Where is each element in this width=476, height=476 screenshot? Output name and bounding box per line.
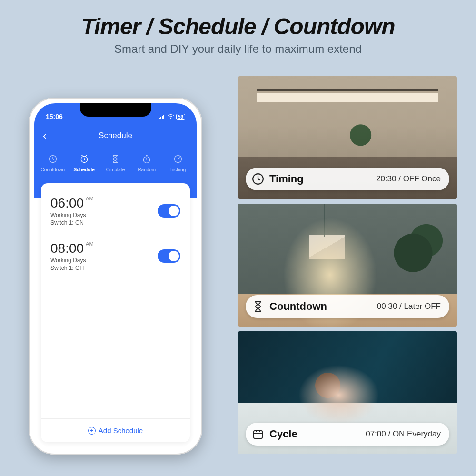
tab-inching[interactable]: Inching <box>164 154 192 172</box>
stopwatch-icon <box>141 154 152 164</box>
feature-ribbon: Countdown 00:30 / Later OFF <box>246 295 449 318</box>
page-header: Timer / Schedule / Countdown Smart and D… <box>0 0 476 56</box>
clock-back-icon <box>48 154 58 164</box>
svg-rect-10 <box>254 431 262 438</box>
feature-tile-timing: Timing 20:30 / OFF Once <box>238 76 457 199</box>
phone-screen: 15:06 59 ‹ Schedule Countdown Sched <box>34 103 197 449</box>
svg-rect-1 <box>160 117 161 119</box>
feature-ribbon: Timing 20:30 / OFF Once <box>246 168 449 190</box>
svg-point-4 <box>170 118 171 119</box>
feature-ribbon: Cycle 07:00 / ON Everyday <box>246 423 449 446</box>
tab-circulate[interactable]: Circulate <box>101 154 129 172</box>
schedule-row[interactable]: 08:00AM Working Days Switch 1: OFF <box>41 233 190 278</box>
svg-point-7 <box>144 157 150 163</box>
wifi-icon <box>168 114 174 119</box>
page-title: Timer / Schedule / Countdown <box>0 13 476 40</box>
add-schedule-label: Add Schedule <box>99 426 143 435</box>
plus-circle-icon: + <box>88 427 96 435</box>
calendar-icon <box>251 427 265 441</box>
phone-notch <box>80 103 151 117</box>
schedule-switch: Switch 1: OFF <box>50 265 94 271</box>
nav-bar: ‹ Schedule <box>34 129 197 142</box>
schedule-row[interactable]: 06:00AM Working Days Switch 1: ON <box>41 188 190 233</box>
schedule-toggle[interactable] <box>158 204 180 218</box>
signal-icon <box>159 114 166 119</box>
feature-tiles: Timing 20:30 / OFF Once Countdown 00:30 … <box>238 76 457 454</box>
feature-label: Countdown <box>269 300 327 313</box>
schedule-time: 08:00 <box>50 241 84 256</box>
tab-label: Inching <box>170 167 186 172</box>
schedule-toggle[interactable] <box>158 249 180 263</box>
schedule-switch: Switch 1: ON <box>50 219 94 226</box>
battery-badge: 59 <box>176 114 185 120</box>
page-subtitle: Smart and DIY your daily life to maximum… <box>0 42 476 56</box>
tab-random[interactable]: Random <box>132 154 161 172</box>
schedule-ampm: AM <box>86 241 94 247</box>
feature-value: 20:30 / OFF Once <box>376 174 441 184</box>
schedule-time: 06:00 <box>50 196 84 210</box>
tab-label: Circulate <box>106 167 125 172</box>
alarm-icon <box>79 154 89 164</box>
schedule-card: 06:00AM Working Days Switch 1: ON 08:00A… <box>41 183 190 442</box>
tab-schedule[interactable]: Schedule <box>70 154 99 172</box>
add-schedule-button[interactable]: + Add Schedule <box>41 418 190 442</box>
tab-label: Countdown <box>41 167 65 172</box>
gauge-icon <box>173 154 183 164</box>
schedule-days: Working Days <box>50 212 94 218</box>
feature-tile-countdown: Countdown 00:30 / Later OFF <box>238 204 457 327</box>
nav-title: Schedule <box>34 131 197 140</box>
svg-rect-3 <box>163 115 164 119</box>
svg-rect-0 <box>159 118 160 119</box>
mode-tabs: Countdown Schedule Circulate Random Inch… <box>34 154 197 172</box>
feature-tile-cycle: Cycle 07:00 / ON Everyday <box>238 331 457 454</box>
tab-label: Random <box>138 167 156 172</box>
clock-icon <box>251 172 265 186</box>
feature-label: Cycle <box>269 428 298 440</box>
svg-rect-2 <box>162 116 163 119</box>
status-indicators: 59 <box>159 114 185 120</box>
hourglass-icon <box>110 154 120 164</box>
hourglass-icon <box>251 300 265 313</box>
tab-label: Schedule <box>73 167 94 172</box>
feature-label: Timing <box>269 173 304 185</box>
feature-value: 07:00 / ON Everyday <box>366 429 441 439</box>
feature-value: 00:30 / Later OFF <box>377 302 441 311</box>
schedule-days: Working Days <box>50 257 94 264</box>
tab-countdown[interactable]: Countdown <box>39 154 67 172</box>
phone-mockup: 15:06 59 ‹ Schedule Countdown Sched <box>29 98 202 455</box>
status-time: 15:06 <box>46 113 63 120</box>
schedule-ampm: AM <box>86 196 94 201</box>
